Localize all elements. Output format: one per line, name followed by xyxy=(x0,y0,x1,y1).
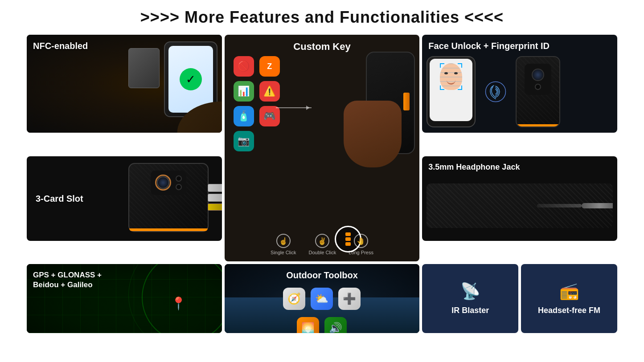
card-camera-module xyxy=(151,171,186,195)
face-phones xyxy=(422,55,565,133)
cam-ring xyxy=(155,175,171,191)
page-title: >>>> More Features and Functionalities <… xyxy=(140,8,504,27)
cam-lens xyxy=(157,176,169,189)
ck-icon-disable: 🚫 xyxy=(234,56,254,77)
double-click-label: Double Click xyxy=(309,250,336,255)
ck-click-labels: ☝ Single Click ✌ Double Click 🤚 Long Pre… xyxy=(225,234,420,255)
face-back-camera xyxy=(525,64,551,95)
fingerprint-icon-wrap xyxy=(484,81,507,103)
panel-custom-key: Custom Key 🚫 Z 📊 ⚠️ 🧴 🎮 📷 xyxy=(225,35,420,261)
ck-arrow xyxy=(276,107,312,108)
face-unlock-title: Face Unlock + Fingerprint ID xyxy=(422,35,556,55)
panel-nfc: ✓ NFC-enabled xyxy=(27,35,222,133)
ck-icon-z: Z xyxy=(259,56,280,77)
panel-headphone: 3.5mm Headphone Jack xyxy=(422,156,617,241)
fm-radio-icon: 📻 xyxy=(559,282,579,301)
sim-tray xyxy=(208,184,222,211)
back-cam-lens xyxy=(532,69,544,81)
ir-blaster-icon: 📡 xyxy=(460,282,480,301)
nfc-label: NFC-enabled xyxy=(33,41,88,51)
hp-phone-mock xyxy=(427,183,613,228)
outdoor-icons-2: 🌅 🔊 xyxy=(293,313,350,333)
hp-plug xyxy=(582,203,613,208)
small-cam-1 xyxy=(176,175,182,182)
panel-face-unlock: Face Unlock + Fingerprint ID xyxy=(422,35,617,133)
card-phone-body xyxy=(128,163,209,232)
ck-icon-warning: ⚠️ xyxy=(259,81,280,102)
face-phone-front xyxy=(427,56,476,127)
long-press-icon: 🤚 xyxy=(354,234,368,248)
outdoor-compass-icon: 🧭 xyxy=(283,288,305,310)
single-click-item: ☝ Single Click xyxy=(271,234,296,255)
ir-label: IR Blaster xyxy=(451,306,489,315)
outdoor-sound-icon: 🔊 xyxy=(324,317,347,333)
ck-icon-game: 🎮 xyxy=(259,106,280,126)
orange-stripe xyxy=(129,228,208,231)
card-phone-mock xyxy=(119,161,217,234)
double-click-icon: ✌ xyxy=(315,234,329,248)
ck-hand xyxy=(344,101,402,167)
headphone-title: 3.5mm Headphone Jack xyxy=(422,156,526,175)
page-wrapper: >>>> More Features and Functionalities <… xyxy=(0,0,644,362)
tf-card xyxy=(208,203,222,211)
gps-title: GPS + GLONASS +Beidou + Galileo xyxy=(27,264,108,290)
ck-icon-chart: 📊 xyxy=(234,81,254,102)
long-press-item: 🤚 Long Press xyxy=(349,234,373,255)
panel-3card: 3-Card Slot xyxy=(27,156,222,241)
back-cam-small xyxy=(535,84,541,90)
face-person xyxy=(433,63,469,117)
ck-icon-bottle: 🧴 xyxy=(234,106,254,126)
long-press-label: Long Press xyxy=(349,250,373,255)
custom-key-icons: 🚫 Z 📊 ⚠️ 🧴 🎮 📷 xyxy=(234,56,281,151)
sim-card-1 xyxy=(208,184,222,192)
gps-title-text: GPS + GLONASS +Beidou + Galileo xyxy=(33,271,102,289)
three-card-title: 3-Card Slot xyxy=(36,193,83,203)
headphone-image xyxy=(422,175,617,241)
panel-gps: 📍 GPS + GLONASS +Beidou + Galileo xyxy=(27,264,222,333)
fingerprint-icon xyxy=(484,81,507,103)
nfc-content: NFC-enabled xyxy=(27,35,222,133)
fm-label: Headset-free FM xyxy=(538,306,600,315)
small-cam-2 xyxy=(176,184,182,190)
single-click-icon: ☝ xyxy=(276,234,291,248)
gps-pin-icon: 📍 xyxy=(171,296,186,311)
outdoor-icons: 🧭 ⛅ ➕ xyxy=(279,284,364,313)
panel-fm: 📻 Headset-free FM xyxy=(521,264,617,333)
outdoor-cross-icon: ➕ xyxy=(338,288,361,310)
outdoor-title: Outdoor Toolbox xyxy=(225,264,420,284)
panel-outdoor: Outdoor Toolbox 🧭 ⛅ ➕ 🌅 🔊 xyxy=(225,264,420,333)
ck-icon-camera: 📷 xyxy=(234,131,254,151)
face-screen xyxy=(430,59,472,121)
panel-ir: 📡 IR Blaster xyxy=(422,264,518,333)
three-card-label: 3-Card Slot xyxy=(36,193,83,203)
single-click-label: Single Click xyxy=(271,250,296,255)
custom-key-body: 🚫 Z 📊 ⚠️ 🧴 🎮 📷 xyxy=(225,56,420,261)
sim-card-2 xyxy=(208,194,222,202)
outdoor-cloud-icon: ⛅ xyxy=(311,288,333,310)
panel-ir-fm: 📡 IR Blaster 📻 Headset-free FM xyxy=(422,264,617,333)
outdoor-sun-icon: 🌅 xyxy=(297,317,319,333)
features-grid: ✓ NFC-enabled Custom Key 🚫 Z 📊 ⚠️ 🧴 🎮 xyxy=(27,35,617,354)
double-click-item: ✌ Double Click xyxy=(309,234,336,255)
face-phone-back xyxy=(516,56,560,127)
